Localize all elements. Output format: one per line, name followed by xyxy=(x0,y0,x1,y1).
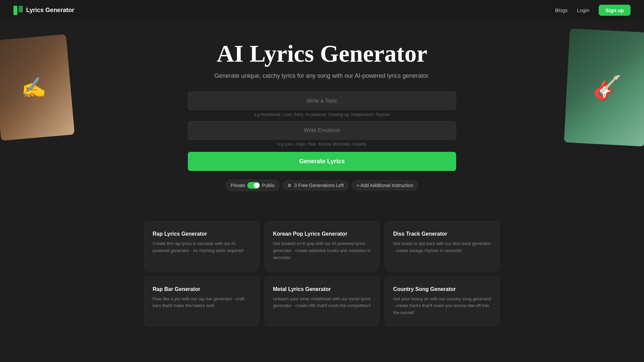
hero-left-image xyxy=(0,34,75,141)
hero-title: AI Lyrics Generator xyxy=(7,41,637,67)
card-desc: Get your twang on with our country song … xyxy=(393,296,491,316)
generator-card[interactable]: Korean Pop Lyrics Generator Get hooked o… xyxy=(265,221,380,271)
lyrics-form: e.g Heartbreak, Love, Party, Acceptance,… xyxy=(188,92,456,191)
add-instruction-pill[interactable]: + Add Additional Instruction xyxy=(352,180,418,190)
hero-right-image xyxy=(564,28,644,146)
generator-card[interactable]: Diss Track Generator Get ready to spit b… xyxy=(385,221,500,271)
card-title: Korean Pop Lyrics Generator xyxy=(273,231,371,237)
generator-card[interactable]: Country Song Generator Get your twang on… xyxy=(385,277,500,326)
visibility-toggle-pill: Private Public xyxy=(226,180,280,191)
nav-right: Blogs Login Sign up xyxy=(555,5,631,16)
navbar: Lyrics Generator Blogs Login Sign up xyxy=(0,0,644,20)
emotions-input[interactable] xyxy=(188,121,456,140)
generator-card[interactable]: Rap Lyrics Generator Create fire rap lyr… xyxy=(144,221,259,271)
logo-icon xyxy=(13,6,23,15)
svg-rect-0 xyxy=(13,6,17,15)
generator-cards-section: Rap Lyrics Generator Create fire rap lyr… xyxy=(138,221,506,326)
generator-card[interactable]: Rap Bar Generator Flow like a pro with o… xyxy=(144,277,259,326)
topic-hint: e.g Heartbreak, Love, Party, Acceptance,… xyxy=(188,112,456,117)
card-desc: Get ready to spit bars with our diss tra… xyxy=(393,240,491,254)
generator-card[interactable]: Metal Lyrics Generator Unleash your inne… xyxy=(265,277,380,326)
free-generations-label: 3 Free Generations Left xyxy=(294,183,344,188)
card-desc: Flow like a pro with our rap bar generat… xyxy=(153,296,251,310)
hero-subtitle: Generate unique, catchy lyrics for any s… xyxy=(7,72,637,79)
generate-lyrics-button[interactable]: Generate Lyrics xyxy=(188,152,456,171)
card-title: Country Song Generator xyxy=(393,286,491,292)
topic-input[interactable] xyxy=(188,92,456,110)
card-title: Metal Lyrics Generator xyxy=(273,286,371,292)
blogs-link[interactable]: Blogs xyxy=(555,7,568,13)
card-desc: Unleash your inner metalhead with our me… xyxy=(273,296,371,310)
options-row: Private Public ♻ 3 Free Generations Left… xyxy=(188,180,456,191)
card-title: Rap Bar Generator xyxy=(153,286,251,292)
emotions-hint: e.g Love, Anger, Fear, Anxiety, Motivate… xyxy=(188,142,456,146)
add-instruction-label: + Add Additional Instruction xyxy=(357,183,413,188)
recycle-icon: ♻ xyxy=(287,183,291,188)
toggle-slider xyxy=(247,182,260,189)
logo-text: Lyrics Generator xyxy=(26,7,74,14)
card-desc: Create fire rap lyrics in seconds with o… xyxy=(153,240,251,254)
card-title: Rap Lyrics Generator xyxy=(153,231,251,237)
card-title: Diss Track Generator xyxy=(393,231,491,237)
svg-rect-1 xyxy=(19,6,23,12)
public-label: Public xyxy=(262,183,275,188)
private-label: Private xyxy=(231,183,246,188)
login-link[interactable]: Login xyxy=(577,7,589,13)
signup-button[interactable]: Sign up xyxy=(599,5,631,16)
card-desc: Get hooked on K-pop with our AI-powered … xyxy=(273,240,371,261)
free-generations-pill[interactable]: ♻ 3 Free Generations Left xyxy=(282,180,349,190)
hero-section: AI Lyrics Generator Generate unique, cat… xyxy=(0,20,644,204)
visibility-toggle[interactable] xyxy=(247,182,260,189)
logo[interactable]: Lyrics Generator xyxy=(13,6,74,15)
